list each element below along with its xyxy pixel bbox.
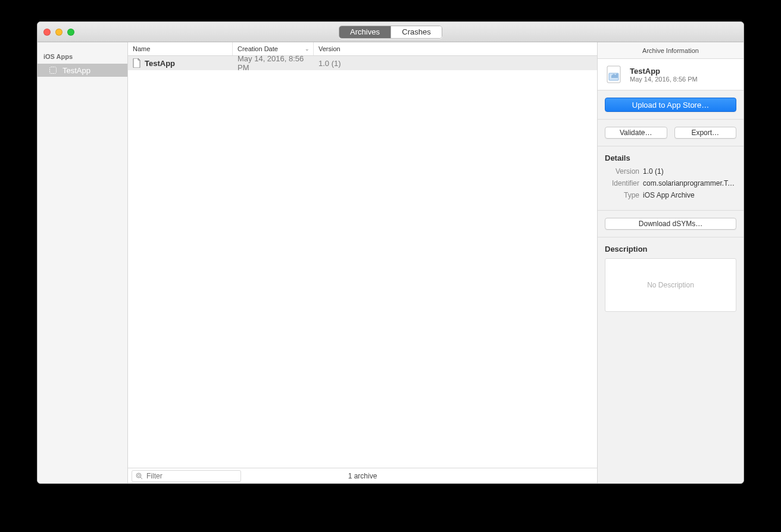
- archive-list: Name Creation Date ⌄ Version TestApp: [128, 42, 597, 483]
- sidebar-item-testapp[interactable]: TestApp: [38, 64, 127, 77]
- version-key: Version: [605, 167, 643, 176]
- type-value: iOS App Archive: [643, 191, 736, 199]
- identifier-value: com.solarianprogrammer.Te…: [643, 179, 736, 187]
- sidebar-item-label: TestApp: [63, 66, 90, 75]
- row-version: 1.0 (1): [314, 59, 597, 68]
- row-name: TestApp: [145, 59, 175, 68]
- column-header-name[interactable]: Name: [128, 42, 233, 55]
- zoom-window-button[interactable]: [67, 29, 74, 36]
- tab-crashes[interactable]: Crashes: [390, 26, 442, 38]
- column-header-version[interactable]: Version: [314, 42, 597, 55]
- description-label: Description: [605, 245, 736, 254]
- close-window-button[interactable]: [43, 29, 51, 36]
- status-bar: 1 archive: [128, 468, 597, 483]
- filter-field[interactable]: [132, 470, 241, 482]
- traffic-lights: [43, 29, 74, 36]
- document-icon: [133, 58, 141, 68]
- sidebar: iOS Apps TestApp: [38, 42, 128, 483]
- archive-app-date: May 14, 2016, 8:56 PM: [630, 76, 698, 83]
- version-value: 1.0 (1): [643, 167, 736, 176]
- inspector-title: Archive Information: [598, 42, 743, 59]
- dsyms-section: Download dSYMs…: [598, 211, 743, 237]
- svg-line-3: [140, 477, 142, 479]
- no-description-text: No Description: [647, 281, 694, 289]
- upload-section: Upload to App Store…: [598, 90, 743, 120]
- row-date: May 14, 2016, 8:56 PM: [233, 56, 314, 72]
- export-button[interactable]: Export…: [674, 127, 737, 139]
- tab-selector: Archives Crashes: [339, 26, 442, 39]
- sort-indicator-icon: ⌄: [305, 46, 310, 52]
- organizer-window: Archives Crashes iOS Apps TestApp Name C…: [37, 21, 744, 484]
- titlebar: Archives Crashes: [38, 22, 743, 42]
- inspector: Archive Information TestApp May 14, 2016…: [597, 42, 743, 483]
- minimize-window-button[interactable]: [55, 29, 63, 36]
- svg-rect-0: [50, 67, 57, 74]
- column-header-date-label: Creation Date: [238, 45, 278, 52]
- identifier-key: Identifier: [605, 179, 643, 187]
- table-row[interactable]: TestApp May 14, 2016, 8:56 PM 1.0 (1): [128, 56, 597, 70]
- archive-header: TestApp May 14, 2016, 8:56 PM: [598, 59, 743, 90]
- svg-point-6: [616, 74, 617, 75]
- upload-button[interactable]: Upload to App Store…: [605, 98, 736, 112]
- download-dsyms-button[interactable]: Download dSYMs…: [605, 218, 736, 230]
- window-body: iOS Apps TestApp Name Creation Date ⌄ Ve…: [38, 42, 743, 483]
- validate-export-section: Validate… Export…: [598, 120, 743, 146]
- svg-point-1: [136, 473, 141, 478]
- archive-app-name: TestApp: [630, 67, 698, 76]
- sidebar-section-header: iOS Apps: [38, 51, 127, 64]
- archive-app-icon: [605, 65, 624, 84]
- description-box[interactable]: No Description: [605, 258, 736, 312]
- validate-button[interactable]: Validate…: [605, 127, 667, 139]
- details-section: Details Version 1.0 (1) Identifier com.s…: [598, 146, 743, 211]
- app-icon: [48, 65, 58, 75]
- details-label: Details: [605, 154, 736, 162]
- tab-archives[interactable]: Archives: [339, 26, 390, 38]
- archive-count: 1 archive: [348, 472, 377, 480]
- filter-input[interactable]: [146, 472, 237, 480]
- svg-point-2: [138, 474, 140, 477]
- description-section: Description No Description: [598, 237, 743, 319]
- archive-rows: TestApp May 14, 2016, 8:56 PM 1.0 (1): [128, 56, 597, 468]
- filter-icon: [136, 472, 143, 480]
- column-header-date[interactable]: Creation Date ⌄: [233, 42, 314, 55]
- row-name-cell: TestApp: [128, 58, 233, 68]
- type-key: Type: [605, 191, 643, 199]
- column-headers: Name Creation Date ⌄ Version: [128, 42, 597, 56]
